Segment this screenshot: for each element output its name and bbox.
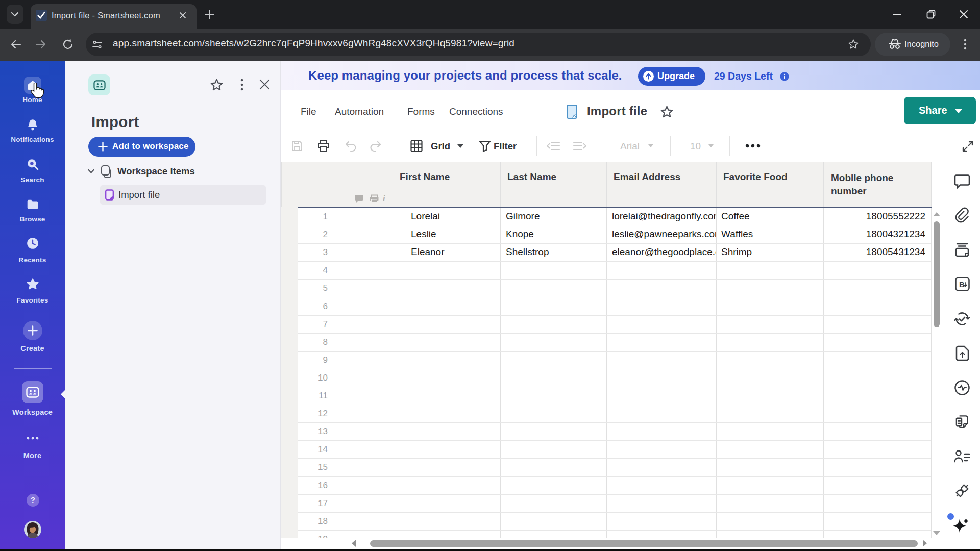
svg-text:B: B xyxy=(959,280,965,289)
